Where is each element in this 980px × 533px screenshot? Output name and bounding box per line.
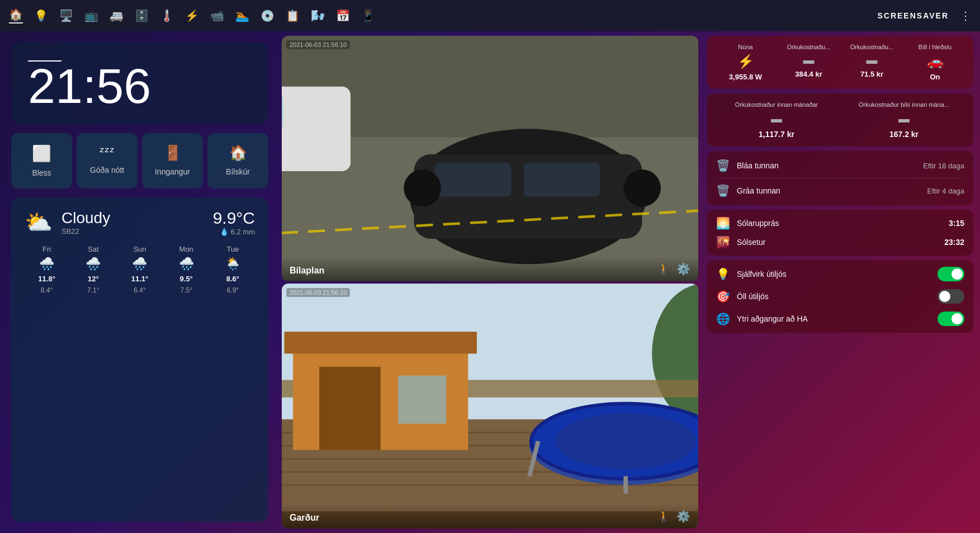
sunset-time: 23:32 [944, 238, 964, 247]
toggle-outdoor-all-switch[interactable] [938, 289, 964, 304]
energy-car-title: Bíll í hleðslu [919, 44, 951, 50]
nav-clipboard-icon[interactable]: 📋 [286, 9, 300, 22]
nav-display-icon[interactable]: 🖥️ [59, 9, 73, 22]
svg-rect-26 [398, 375, 446, 423]
entrance-label: Inngangur [155, 167, 190, 176]
weather-forecast: Fri 🌧️ 11.8° 8.4° Sat 🌧️ 12° 7.1° Sun 🌧️… [25, 245, 255, 294]
weather-rain: 💧 6.2 mm [213, 228, 255, 236]
energy-cost1-col: Orkukostnaðu... ▬ 384.4 kr [779, 44, 838, 81]
energy-display2-icon: ▬ [867, 54, 878, 67]
energy-car-icon: 🚗 [927, 54, 944, 69]
nav-bus-icon[interactable]: 🚐 [110, 9, 124, 22]
weather-temperature: 9.9°C [213, 209, 255, 228]
bless-icon: ⬜ [32, 144, 51, 163]
energy-monthly-home-icon: ▬ [771, 112, 782, 125]
sunrise-time: 3:15 [949, 219, 964, 228]
day-sat-low: 7.1° [87, 286, 99, 294]
trash-blue-row: 🗑️ Bláa tunnan Eftir 18 daga [716, 159, 964, 172]
energy-now-col: Núna ⚡ 3,955.8 W [716, 44, 775, 81]
toggle-outdoor-auto-switch[interactable] [938, 267, 964, 281]
sunset-icon: 🌇 [716, 235, 730, 249]
camera-bilaplan[interactable]: 2021-06-03 21:56:10 Bílaplan 🚶 ⚙️ [282, 36, 698, 281]
nav-home-icon[interactable]: 🏠 [9, 8, 23, 23]
bilaplan-icons: 🚶 ⚙️ [657, 262, 690, 276]
nav-power-icon[interactable]: ⚡ [185, 9, 199, 22]
more-options-icon[interactable]: ⋮ [960, 9, 971, 22]
svg-rect-8 [282, 87, 351, 171]
bilaplan-settings-icon: ⚙️ [676, 262, 690, 276]
toggles-widget: 💡 Sjálfvirk útiljós 🎯 Öll útiljós 🌐 Ytri… [707, 260, 973, 333]
action-garage[interactable]: 🏠 Bílskúr [207, 133, 268, 188]
day-mon-high: 9.5° [180, 275, 193, 283]
entrance-icon: 🚪 [164, 144, 182, 162]
nav-camera-icon[interactable]: 📹 [210, 9, 224, 22]
nav-phone-icon[interactable]: 📱 [361, 9, 375, 22]
weather-widget: ⛅ Cloudy SB22 9.9°C 💧 6.2 mm Fri 🌧️ [11, 197, 268, 522]
quick-actions-grid: ⬜ Bless ᶻᶻᶻ Góða nótt 🚪 Inngangur 🏠 Bíls… [11, 133, 268, 188]
trash-blue-icon: 🗑️ [716, 159, 730, 172]
day-sun-icon: 🌧️ [132, 257, 147, 271]
toggle-remote-access-switch[interactable] [938, 312, 964, 326]
sun-widget: 🌅 Sólarupprás 3:15 🌇 Sólsetur 23:32 [707, 210, 973, 256]
energy-monthly-home-title: Orkukostnaður innan mánaðar [735, 101, 818, 108]
bilaplan-timestamp: 2021-06-03 21:56:10 [286, 40, 350, 49]
nav-temp-icon[interactable]: 🌡️ [160, 9, 174, 22]
rain-icon: 💧 [220, 228, 229, 236]
action-goodnight[interactable]: ᶻᶻᶻ Góða nótt [77, 133, 138, 188]
bilaplan-scene [282, 36, 698, 281]
action-entrance[interactable]: 🚪 Inngangur [142, 133, 203, 188]
trash-grey-row: 🗑️ Gráa tunnan Eftir 4 daga [716, 184, 964, 197]
forecast-tue: Tue 🌦️ 8.6° 6.9° [211, 245, 255, 294]
energy-cost2-value: 71.5 kr [860, 70, 883, 78]
nav-light-icon[interactable]: 💡 [34, 9, 48, 22]
garage-label: Bílskúr [226, 167, 250, 176]
nav-calendar-icon[interactable]: 📅 [336, 9, 350, 22]
top-navigation: 🏠 💡 🖥️ 📺 🚐 🗄️ 🌡️ ⚡ 📹 🏊 💿 📋 🌬️ 📅 📱 SCREEN… [0, 0, 980, 31]
weather-info: Cloudy SB22 [61, 209, 204, 235]
toggle-outdoor-all-row: 🎯 Öll útiljós [716, 289, 964, 304]
day-sat-icon: 🌧️ [86, 257, 101, 271]
toggle-outdoor-auto-row: 💡 Sjálfvirk útiljós [716, 267, 964, 281]
energy-display1-icon: ▬ [803, 54, 815, 67]
toggle-outdoor-all-label: Öll útiljós [737, 292, 931, 301]
trash-grey-days: Eftir 4 daga [927, 187, 965, 195]
garage-icon: 🏠 [229, 144, 247, 162]
toggle-outdoor-auto-label: Sjálfvirk útiljós [737, 270, 931, 279]
bless-label: Bless [32, 168, 51, 177]
svg-point-29 [556, 413, 696, 469]
weather-cloud-icon: ⛅ [25, 209, 53, 235]
gardur-overlay: Garður 🚶 ⚙️ [282, 504, 698, 529]
nav-pool-icon[interactable]: 🏊 [235, 9, 249, 22]
screensaver-button[interactable]: SCREENSAVER [877, 11, 949, 20]
toggle-outdoor-auto-knob [951, 268, 963, 280]
weather-temp-block: 9.9°C 💧 6.2 mm [213, 209, 255, 236]
nav-tv-icon[interactable]: 📺 [84, 9, 98, 22]
center-panel: 2021-06-03 21:56:10 Bílaplan 🚶 ⚙️ [280, 31, 700, 533]
rain-value: 6.2 mm [231, 228, 255, 236]
day-sun-high: 11.1° [131, 275, 149, 283]
energy-cost2-col: Orkukostnaðu... ▬ 71.5 kr [842, 44, 901, 81]
action-bless[interactable]: ⬜ Bless [11, 133, 72, 188]
camera-gardur[interactable]: 2021-06-03 21:56:10 Garður 🚶 ⚙️ [282, 284, 698, 529]
day-mon-icon: 🌧️ [179, 257, 194, 271]
clock-time: 21:56 [28, 62, 252, 111]
nav-disc-icon[interactable]: 💿 [261, 9, 274, 22]
energy-car-value: On [930, 73, 940, 81]
nav-wind-icon[interactable]: 🌬️ [311, 9, 325, 22]
energy-cost2-title: Orkukostnaðu... [850, 44, 894, 50]
camera-gardur-bg [282, 284, 698, 529]
energy-lightning-icon: ⚡ [737, 54, 754, 69]
energy-now-title: Núna [738, 44, 752, 50]
forecast-fri: Fri 🌧️ 11.8° 8.4° [25, 245, 69, 294]
energy-monthly-home-value: 1,117.7 kr [759, 130, 794, 139]
day-sat-high: 12° [88, 275, 99, 283]
goodnight-label: Góða nótt [90, 166, 125, 174]
nav-server-icon[interactable]: 🗄️ [135, 9, 149, 22]
forecast-mon: Mon 🌧️ 9.5° 7.5° [164, 245, 209, 294]
svg-rect-24 [284, 332, 477, 353]
trash-divider [716, 178, 964, 178]
day-fri-name: Fri [42, 245, 51, 253]
sunset-label: Sólsetur [737, 238, 938, 247]
toggle-remote-access-knob [951, 313, 963, 324]
bilaplan-label: Bílaplan [290, 266, 324, 276]
